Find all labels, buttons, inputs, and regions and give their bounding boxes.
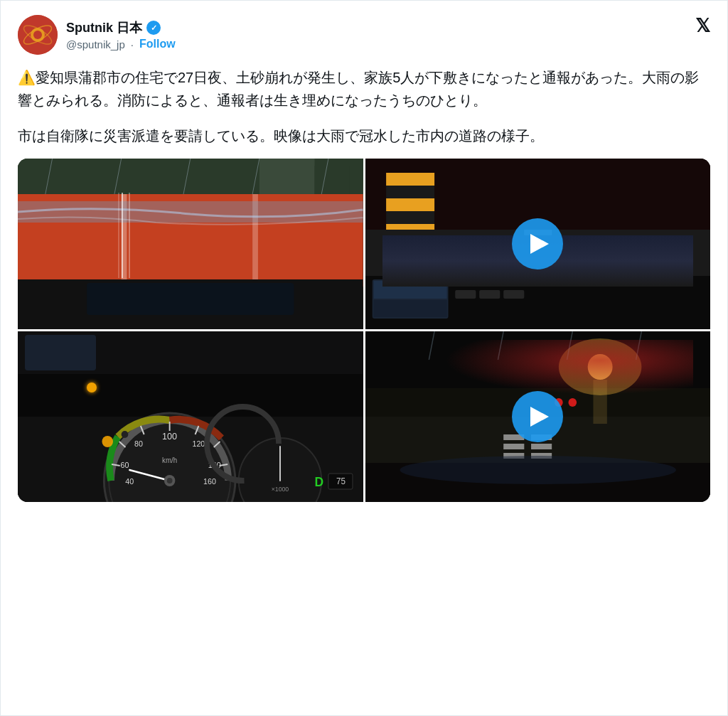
svg-rect-75 bbox=[531, 444, 552, 449]
verified-check-icon: ✓ bbox=[151, 23, 157, 33]
svg-text:100: 100 bbox=[162, 431, 177, 442]
account-name-row: Sputnik 日本 ✓ bbox=[66, 19, 176, 36]
svg-text:km/h: km/h bbox=[162, 456, 177, 464]
account-handle[interactable]: @sputnik_jp bbox=[66, 38, 125, 50]
svg-text:D: D bbox=[315, 475, 324, 489]
media-bottom-left[interactable]: 100 80 60 40 120 140 160 km/h bbox=[18, 331, 363, 502]
warning-light bbox=[87, 383, 97, 392]
svg-rect-72 bbox=[503, 444, 524, 449]
svg-point-59 bbox=[167, 478, 173, 483]
follow-button[interactable]: Follow bbox=[139, 38, 176, 50]
account-info-container: Sputnik 日本 ✓ @sputnik_jp · Follow bbox=[18, 15, 176, 55]
svg-point-60 bbox=[102, 436, 113, 447]
media-bottom-right[interactable] bbox=[365, 331, 711, 502]
svg-point-87 bbox=[400, 456, 675, 484]
svg-point-81 bbox=[568, 398, 577, 407]
tweet-paragraph-1: ⚠️愛知県蒲郡市の住宅で27日夜、土砂崩れが発生し、家族5人が下敷きになったと通… bbox=[18, 66, 710, 112]
play-icon bbox=[530, 407, 549, 427]
svg-rect-19 bbox=[87, 283, 294, 315]
svg-rect-12 bbox=[18, 201, 363, 223]
tweet-paragraph-2: 市は自衛隊に災害派遣を要請している。映像は大雨で冠水した市内の道路の様子。 bbox=[18, 124, 710, 147]
tweet-card: Sputnik 日本 ✓ @sputnik_jp · Follow 𝕏 ⚠️愛知… bbox=[0, 0, 728, 716]
svg-point-78 bbox=[587, 354, 612, 380]
svg-rect-36 bbox=[503, 290, 524, 299]
dot-separator: · bbox=[131, 38, 134, 50]
svg-text:75: 75 bbox=[336, 476, 346, 486]
play-button-top-right[interactable] bbox=[512, 218, 563, 269]
svg-rect-23 bbox=[386, 173, 434, 186]
play-icon bbox=[530, 234, 549, 254]
account-name[interactable]: Sputnik 日本 bbox=[66, 19, 142, 36]
svg-point-2 bbox=[33, 31, 42, 39]
avatar[interactable] bbox=[18, 15, 58, 55]
svg-point-77 bbox=[558, 338, 641, 395]
svg-text:×1000: ×1000 bbox=[272, 486, 289, 493]
svg-text:40: 40 bbox=[125, 477, 134, 486]
svg-text:80: 80 bbox=[134, 439, 143, 448]
svg-text:60: 60 bbox=[121, 461, 129, 469]
svg-point-61 bbox=[122, 431, 129, 438]
svg-rect-33 bbox=[373, 300, 446, 317]
nav-display bbox=[25, 335, 96, 370]
media-top-right[interactable] bbox=[365, 159, 711, 329]
svg-rect-32 bbox=[373, 281, 446, 299]
media-top-left[interactable] bbox=[18, 159, 363, 329]
account-handle-row: @sputnik_jp · Follow bbox=[66, 38, 176, 50]
svg-rect-34 bbox=[455, 290, 476, 299]
x-logo: 𝕏 bbox=[695, 16, 710, 35]
media-grid: 100 80 60 40 120 140 160 km/h bbox=[18, 159, 710, 502]
svg-text:160: 160 bbox=[203, 477, 216, 486]
svg-rect-24 bbox=[386, 198, 434, 211]
flood-road-image bbox=[18, 159, 363, 329]
speedometer-image: 100 80 60 40 120 140 160 km/h bbox=[18, 331, 363, 502]
verified-badge: ✓ bbox=[146, 21, 161, 35]
svg-text:120: 120 bbox=[192, 439, 205, 448]
tweet-body: ⚠️愛知県蒲郡市の住宅で27日夜、土砂崩れが発生し、家族5人が下敷きになったと通… bbox=[18, 66, 710, 147]
svg-rect-35 bbox=[479, 290, 500, 299]
account-info: Sputnik 日本 ✓ @sputnik_jp · Follow bbox=[66, 19, 176, 50]
tweet-header: Sputnik 日本 ✓ @sputnik_jp · Follow 𝕏 bbox=[18, 15, 710, 55]
play-button-bottom-right[interactable] bbox=[512, 391, 563, 442]
